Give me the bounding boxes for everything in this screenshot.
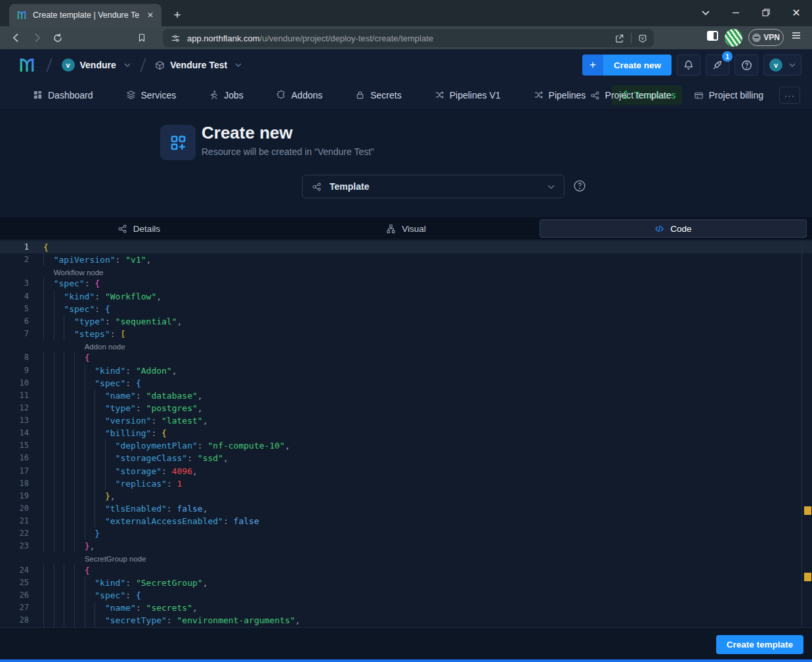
tab-code[interactable]: Code	[540, 219, 807, 238]
code-line[interactable]: 10"spec": {	[0, 377, 812, 389]
chevron-down-icon	[789, 63, 796, 67]
forward-icon[interactable]	[26, 32, 47, 43]
nav-item-pipelines[interactable]: Pipelines	[527, 85, 593, 105]
page-footer: Create template	[0, 627, 812, 662]
chevron-down-icon[interactable]	[124, 63, 131, 67]
chevron-down-icon[interactable]	[235, 63, 242, 67]
breadcrumb-project[interactable]: Vendure Test	[155, 60, 242, 70]
nav-item-project-template[interactable]: Project template	[584, 85, 678, 105]
bell-icon	[683, 60, 694, 70]
url-text[interactable]: app.northflank.com/u/vendure/project/dep…	[187, 33, 608, 43]
code-line[interactable]: 2"apiVersion": "v1",	[0, 254, 812, 266]
url-host: app.northflank.com	[187, 33, 260, 43]
addons-icon	[276, 90, 286, 100]
code-line[interactable]: 13"version": "latest",	[0, 414, 812, 427]
northflank-favicon	[16, 9, 28, 21]
code-line[interactable]: 14"billing": {	[0, 427, 812, 439]
code-line[interactable]: 25"kind": "SecretGroup",	[0, 577, 812, 589]
code-line[interactable]: 9"kind": "Addon",	[0, 364, 812, 377]
code-line[interactable]: 8{	[0, 351, 812, 364]
nav-item-addons[interactable]: Addons	[270, 85, 329, 105]
code-line[interactable]: 12"type": "postgres",	[0, 402, 812, 414]
plus-icon[interactable]: +	[582, 55, 603, 76]
bookmark-icon[interactable]	[131, 33, 152, 43]
create-new-button[interactable]: + Create new	[582, 55, 672, 76]
code-line[interactable]: 21"externalAccessEnabled": false	[0, 515, 812, 527]
code-line[interactable]: 24{	[0, 564, 812, 577]
code-line[interactable]: 23},	[0, 540, 812, 552]
notifications-button[interactable]	[677, 55, 700, 76]
nav-item-label: Jobs	[224, 90, 244, 100]
minimize-icon[interactable]	[726, 4, 746, 21]
back-icon[interactable]	[5, 32, 26, 43]
nav-item-pipelines-v1[interactable]: Pipelines V1	[428, 85, 507, 105]
line-number: 5	[0, 303, 29, 315]
tab-visual[interactable]: Visual	[272, 219, 540, 238]
line-number: 21	[0, 515, 29, 527]
resource-type-select[interactable]: Template	[302, 175, 565, 198]
page-title: Create new	[202, 123, 293, 143]
line-number: 11	[0, 389, 29, 402]
nav-item-services[interactable]: Services	[119, 85, 183, 105]
brave-shield-icon[interactable]	[638, 33, 647, 43]
code-line[interactable]: 5"spec": {	[0, 303, 812, 315]
create-new-label[interactable]: Create new	[603, 55, 672, 76]
code-editor[interactable]: 1{2"apiVersion": "v1",Workflow node3"spe…	[0, 241, 812, 627]
code-line[interactable]: 4"kind": "Workflow",	[0, 290, 812, 303]
whats-new-button[interactable]: 1	[706, 55, 729, 76]
chevron-down-icon[interactable]	[547, 185, 555, 189]
close-window-icon[interactable]: ✕	[786, 4, 806, 21]
code-line[interactable]: 28"secretType": "environment-arguments",	[0, 614, 812, 627]
code-line[interactable]: 27"name": "secrets",	[0, 602, 812, 614]
notification-badge: 1	[722, 51, 733, 62]
code-line[interactable]: 18"replicas": 1	[0, 477, 812, 490]
resource-type-value: Template	[330, 181, 537, 192]
code-line[interactable]: 22}	[0, 527, 812, 540]
line-number: 24	[0, 564, 29, 577]
tab-close-icon[interactable]: ✕	[144, 9, 156, 21]
code-line[interactable]: 20"tlsEnabled": false,	[0, 502, 812, 515]
browser-menu-icon[interactable]	[790, 30, 802, 43]
pipelines-icon	[534, 90, 544, 100]
code-line[interactable]: 1{	[0, 241, 812, 254]
url-bar[interactable]: app.northflank.com/u/vendure/project/dep…	[163, 29, 654, 47]
restore-window-icon[interactable]	[756, 4, 776, 21]
line-number: 4	[0, 290, 29, 303]
code-line[interactable]: 11"name": "database",	[0, 389, 812, 402]
browser-tab-title: Create template | Vendure Test |	[33, 11, 139, 20]
nav-item-dashboard[interactable]: Dashboard	[26, 85, 100, 105]
nav-item-project-billing[interactable]: Project billing	[687, 85, 770, 105]
lock-icon	[355, 90, 365, 100]
code-line[interactable]: 3"spec": {	[0, 277, 812, 290]
browser-tab[interactable]: Create template | Vendure Test | ✕	[9, 4, 161, 26]
code-line[interactable]: 15"deploymentPlan": "nf-compute-10",	[0, 439, 812, 452]
code-line[interactable]: 17"storage": 4096,	[0, 465, 812, 477]
nav-item-jobs[interactable]: Jobs	[202, 85, 250, 105]
northflank-logo[interactable]	[17, 55, 37, 75]
code-line[interactable]: 16"storageClass": "ssd",	[0, 452, 812, 464]
tab-search-chevron-icon[interactable]	[696, 4, 716, 21]
code-line[interactable]: 19},	[0, 490, 812, 502]
line-number: 12	[0, 402, 29, 414]
nav-item-secrets[interactable]: Secrets	[349, 85, 408, 105]
vpn-badge[interactable]: VPN	[748, 29, 784, 46]
reload-icon[interactable]	[47, 33, 68, 43]
select-help-icon[interactable]	[573, 179, 586, 192]
code-line[interactable]: 6"type": "sequential",	[0, 315, 812, 328]
code-line[interactable]: 26"spec": {	[0, 589, 812, 602]
user-menu-button[interactable]: v	[763, 55, 801, 76]
share-icon[interactable]	[614, 33, 624, 43]
screen: Create template | Vendure Test | ✕ + ✕ a…	[0, 0, 812, 662]
more-button[interactable]: ···	[779, 87, 800, 104]
code-line[interactable]: 7"steps": [	[0, 328, 812, 340]
help-button[interactable]	[735, 55, 758, 76]
tab-details[interactable]: Details	[5, 219, 272, 238]
new-tab-button[interactable]: +	[169, 8, 185, 22]
tab-label: Details	[133, 224, 160, 234]
breadcrumb-org[interactable]: v Vendure	[62, 58, 131, 72]
tune-icon[interactable]	[171, 33, 181, 43]
sidebar-toggle-icon[interactable]	[706, 30, 719, 44]
create-template-button[interactable]: Create template	[716, 635, 803, 654]
tab-label: Visual	[402, 224, 426, 234]
extension-icon[interactable]	[725, 29, 742, 47]
